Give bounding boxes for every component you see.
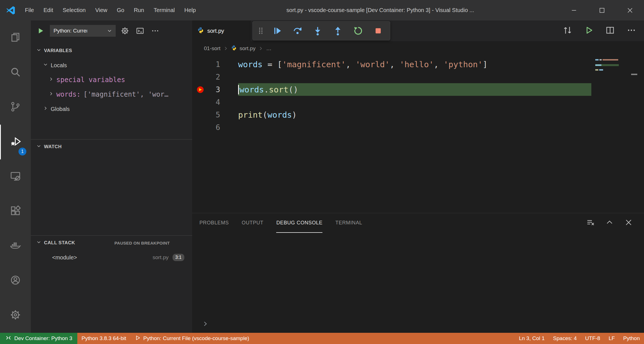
menu-view[interactable]: View [90, 0, 112, 20]
clear-console-icon[interactable] [586, 218, 595, 228]
line-number[interactable]: 3 [192, 85, 220, 94]
remote-indicator[interactable]: Dev Container: Python 3 [0, 333, 77, 344]
code-line-1[interactable]: 1words = ['magnificent', 'world', 'hello… [192, 58, 644, 71]
run-python-file-icon[interactable] [584, 25, 594, 36]
more-actions-icon[interactable] [627, 25, 636, 36]
remote-indicator-icon [5, 334, 12, 343]
step-out-button[interactable] [328, 22, 348, 40]
chevron-right-icon [258, 46, 263, 51]
indentation-label: Spaces: 4 [553, 335, 577, 341]
breadcrumb-folder[interactable]: 01-sort [204, 45, 220, 52]
tab-debug-console[interactable]: DEBUG CONSOLE [276, 213, 322, 233]
maximize-button[interactable] [588, 0, 616, 20]
editor-actions [563, 25, 636, 36]
menu-file[interactable]: File [20, 0, 39, 20]
code-line-6[interactable]: 6 [192, 121, 644, 134]
split-editor-icon[interactable] [605, 25, 615, 36]
close-window-button[interactable] [616, 0, 644, 20]
open-changes-icon[interactable] [563, 25, 572, 36]
debug-config-status[interactable]: Python: Current File (vscode-course-samp… [131, 333, 254, 344]
close-panel-icon[interactable] [624, 218, 633, 228]
code-editor[interactable]: 1words = ['magnificent', 'world', 'hello… [192, 56, 644, 213]
code-line-content[interactable] [238, 121, 591, 134]
tab-terminal[interactable]: TERMINAL [335, 213, 362, 233]
tab-output[interactable]: OUTPUT [242, 213, 264, 233]
chevron-right-icon [223, 46, 228, 51]
menu-go[interactable]: Go [112, 0, 129, 20]
status-bar: Dev Container: Python 3 Python 3.8.3 64-… [0, 333, 644, 344]
tab-problems[interactable]: PROBLEMS [199, 213, 229, 233]
encoding-status[interactable]: UTF-8 [581, 333, 605, 344]
step-over-button[interactable] [287, 22, 308, 40]
menu-selection[interactable]: Selection [58, 0, 90, 20]
breadcrumb-more[interactable]: … [266, 45, 271, 52]
indentation-status[interactable]: Spaces: 4 [549, 333, 581, 344]
menu-help[interactable]: Help [180, 0, 201, 20]
code-line-content[interactable]: print(words) [238, 108, 591, 121]
line-number[interactable]: 1 [192, 60, 220, 69]
maximize-panel-icon[interactable] [605, 218, 614, 228]
open-debug-console-icon[interactable] [134, 25, 146, 37]
sidebar-item-run-and-debug[interactable]: 1 [0, 125, 31, 159]
minimap[interactable] [593, 56, 621, 213]
activity-bar: 1 [0, 20, 31, 333]
code-line-content[interactable]: words.sort() [238, 83, 591, 96]
gripper-icon[interactable] [254, 22, 267, 40]
debug-badge: 1 [18, 148, 26, 155]
locals-row[interactable]: Locals [31, 58, 192, 73]
special-variables-row[interactable]: special variables [31, 73, 192, 87]
more-actions-icon[interactable] [149, 25, 161, 37]
overview-ruler-mark [631, 74, 637, 75]
language-mode-status[interactable]: Python [619, 333, 644, 344]
tab-sort-py[interactable]: sort.py [192, 20, 251, 41]
line-number[interactable]: 4 [192, 98, 220, 106]
words-variable-row[interactable]: words: ['magnificent', 'wor… [31, 87, 192, 102]
line-number[interactable]: 6 [192, 123, 220, 132]
breadcrumb-file[interactable]: sort.py [240, 45, 255, 52]
watch-section-header[interactable]: WATCH [31, 140, 192, 154]
accounts-button[interactable] [0, 263, 31, 298]
paused-on-breakpoint-status: PAUSED ON BREAKPOINT [115, 241, 192, 245]
code-line-3[interactable]: 3words.sort() [192, 83, 644, 96]
code-line-5[interactable]: 5print(words) [192, 108, 644, 121]
settings-button[interactable] [0, 298, 31, 333]
variables-section-header[interactable]: VARIABLES [31, 43, 192, 58]
continue-button[interactable] [267, 22, 287, 40]
line-number[interactable]: 2 [192, 73, 220, 81]
cursor-position-status[interactable]: Ln 3, Col 1 [515, 333, 549, 344]
code-line-4[interactable]: 4 [192, 96, 644, 108]
globals-label: Globals [51, 106, 70, 112]
debug-console-input[interactable] [192, 316, 644, 333]
sidebar-item-search[interactable] [0, 55, 31, 90]
menu-edit[interactable]: Edit [39, 0, 58, 20]
chevron-down-icon [43, 62, 48, 68]
debug-console-output[interactable] [192, 233, 644, 316]
debug-config-dropdown[interactable]: Python: Current File [50, 25, 116, 37]
sidebar-item-source-control[interactable] [0, 90, 31, 125]
code-line-2[interactable]: 2 [192, 71, 644, 83]
python-interpreter-status[interactable]: Python 3.8.3 64-bit [77, 333, 131, 344]
globals-row[interactable]: Globals [31, 102, 192, 116]
code-line-content[interactable] [238, 96, 591, 108]
menu-run[interactable]: Run [129, 0, 149, 20]
restart-button[interactable] [348, 22, 368, 40]
sidebar-item-explorer[interactable] [0, 20, 31, 55]
sidebar-item-docker[interactable] [0, 229, 31, 263]
step-into-button[interactable] [308, 22, 328, 40]
code-token: , [390, 60, 399, 69]
stack-frame-row[interactable]: <module> sort.py 3:1 [31, 250, 192, 265]
menu-terminal[interactable]: Terminal [149, 0, 180, 20]
code-line-content[interactable]: words = ['magnificent', 'world', 'hello'… [238, 58, 591, 71]
call-stack-section: CALL STACK PAUSED ON BREAKPOINT <module>… [31, 235, 192, 333]
open-launch-config-gear-icon[interactable] [119, 25, 131, 37]
code-token: 'magnificent' [282, 60, 346, 69]
eol-status[interactable]: LF [605, 333, 619, 344]
stop-button[interactable] [368, 22, 388, 40]
sidebar-item-remote-explorer[interactable] [0, 159, 31, 194]
sidebar-item-extensions[interactable] [0, 194, 31, 229]
line-number[interactable]: 5 [192, 110, 220, 119]
start-debug-button[interactable] [35, 25, 47, 37]
call-stack-section-header[interactable]: CALL STACK PAUSED ON BREAKPOINT [31, 236, 192, 250]
code-line-content[interactable] [238, 71, 591, 83]
minimize-button[interactable] [560, 0, 588, 20]
